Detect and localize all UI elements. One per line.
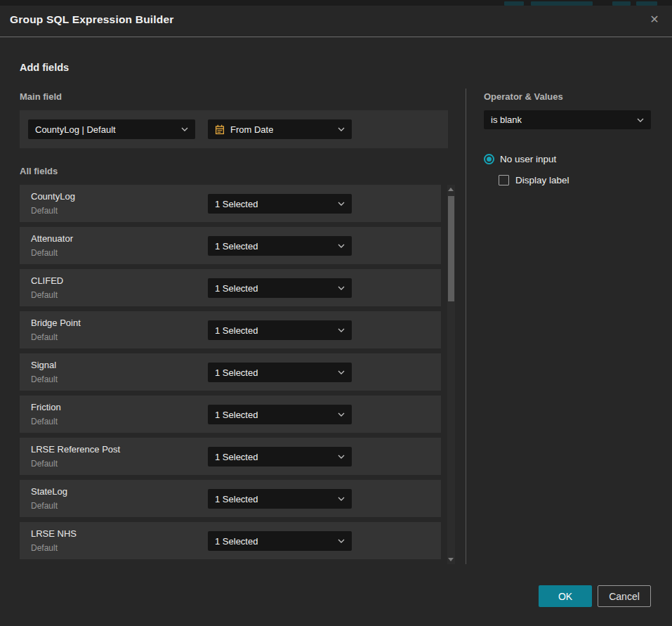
- field-selected-dropdown[interactable]: 1 Selected: [208, 531, 352, 551]
- field-selected-value: 1 Selected: [215, 410, 258, 420]
- display-label-checkbox[interactable]: Display label: [499, 175, 569, 185]
- main-field-date-select[interactable]: From Date: [208, 119, 352, 139]
- field-selected-value: 1 Selected: [215, 325, 258, 336]
- field-list-item: LRSE NHS Default 1 Selected: [20, 522, 441, 559]
- chevron-down-icon: [338, 202, 345, 206]
- scroll-up-icon[interactable]: [448, 188, 454, 191]
- all-fields-label: All fields: [20, 166, 58, 176]
- field-name: LRSE NHS: [31, 528, 77, 539]
- field-selected-value: 1 Selected: [215, 283, 258, 294]
- field-name: CountyLog: [31, 191, 75, 202]
- group-sql-expression-builder-dialog: Group SQL Expression Builder ✕ Add field…: [0, 6, 672, 626]
- cancel-button[interactable]: Cancel: [598, 585, 651, 607]
- background-app-chrome: [0, 0, 672, 6]
- chevron-down-icon: [637, 118, 644, 122]
- chevron-down-icon: [338, 244, 345, 248]
- close-icon[interactable]: ✕: [647, 12, 662, 27]
- main-field-layer-select[interactable]: CountyLog | Default: [28, 119, 195, 139]
- field-name: LRSE Reference Post: [31, 444, 120, 455]
- field-selected-dropdown[interactable]: 1 Selected: [208, 405, 352, 424]
- field-selected-value: 1 Selected: [215, 241, 258, 252]
- field-subtitle: Default: [31, 374, 58, 384]
- dialog-footer: OK Cancel: [0, 585, 672, 607]
- main-field-panel: CountyLog | Default From Date: [20, 110, 448, 148]
- chevron-down-icon: [338, 412, 345, 417]
- field-selected-value: 1 Selected: [215, 367, 258, 378]
- scrollbar-thumb[interactable]: [448, 196, 454, 301]
- chevron-down-icon: [338, 286, 345, 290]
- chevron-down-icon: [338, 370, 345, 374]
- field-subtitle: Default: [31, 459, 58, 469]
- dialog-header: Group SQL Expression Builder ✕: [0, 6, 672, 37]
- scroll-down-icon[interactable]: [448, 558, 454, 561]
- chevron-down-icon: [338, 328, 345, 332]
- field-selected-dropdown[interactable]: 1 Selected: [208, 320, 352, 340]
- chevron-down-icon: [338, 127, 345, 131]
- fields-list-scrollbar[interactable]: [447, 185, 455, 564]
- field-list-item: Signal Default 1 Selected: [20, 353, 441, 391]
- layer-select-value: CountyLog | Default: [35, 124, 116, 135]
- field-name: Friction: [31, 402, 61, 412]
- field-selected-dropdown[interactable]: 1 Selected: [208, 278, 352, 298]
- chevron-down-icon: [181, 127, 188, 131]
- field-selected-dropdown[interactable]: 1 Selected: [208, 236, 352, 256]
- field-list-item: Attenuator Default 1 Selected: [20, 227, 441, 264]
- add-fields-heading: Add fields: [20, 62, 69, 73]
- chevron-down-icon: [338, 455, 345, 459]
- date-select-value: From Date: [230, 124, 273, 135]
- chevron-down-icon: [338, 497, 345, 501]
- field-subtitle: Default: [31, 501, 58, 511]
- field-list-item: Bridge Point Default 1 Selected: [20, 311, 441, 348]
- calendar-icon: [215, 124, 225, 135]
- field-name: Bridge Point: [31, 318, 81, 328]
- field-subtitle: Default: [31, 248, 58, 258]
- checkbox-label: Display label: [515, 175, 569, 185]
- field-selected-dropdown[interactable]: 1 Selected: [208, 363, 352, 382]
- field-selected-dropdown[interactable]: 1 Selected: [208, 194, 352, 214]
- field-selected-dropdown[interactable]: 1 Selected: [208, 489, 352, 509]
- operator-select-value: is blank: [491, 115, 522, 125]
- chevron-down-icon: [338, 539, 345, 543]
- radio-selected-icon: [484, 154, 494, 164]
- field-subtitle: Default: [31, 332, 58, 342]
- no-user-input-radio[interactable]: No user input: [484, 154, 556, 164]
- panel-divider: [466, 89, 466, 564]
- field-list-item: LRSE Reference Post Default 1 Selected: [20, 438, 441, 475]
- field-subtitle: Default: [31, 206, 58, 216]
- field-name: StateLog: [31, 486, 67, 497]
- field-list-item: CountyLog Default 1 Selected: [20, 185, 441, 222]
- field-subtitle: Default: [31, 543, 58, 553]
- main-field-label: Main field: [20, 91, 62, 102]
- field-selected-dropdown[interactable]: 1 Selected: [208, 447, 352, 467]
- field-name: Signal: [31, 360, 56, 370]
- field-selected-value: 1 Selected: [215, 452, 258, 462]
- radio-label: No user input: [500, 154, 556, 164]
- ok-button[interactable]: OK: [539, 585, 592, 607]
- checkbox-unchecked-icon: [499, 175, 509, 185]
- field-selected-value: 1 Selected: [215, 494, 258, 504]
- all-fields-list: CountyLog Default 1 Selected Attenuator …: [20, 185, 441, 564]
- operator-select[interactable]: is blank: [484, 110, 651, 129]
- field-name: Attenuator: [31, 233, 73, 244]
- field-subtitle: Default: [31, 290, 58, 300]
- field-selected-value: 1 Selected: [215, 199, 258, 209]
- field-subtitle: Default: [31, 417, 58, 426]
- field-list-item: StateLog Default 1 Selected: [20, 480, 441, 517]
- field-list-item: Friction Default 1 Selected: [20, 396, 441, 433]
- field-name: CLIFED: [31, 275, 63, 286]
- dialog-title: Group SQL Expression Builder: [10, 13, 174, 26]
- field-list-item: CLIFED Default 1 Selected: [20, 269, 441, 306]
- operator-values-heading: Operator & Values: [484, 91, 563, 102]
- field-selected-value: 1 Selected: [215, 536, 258, 547]
